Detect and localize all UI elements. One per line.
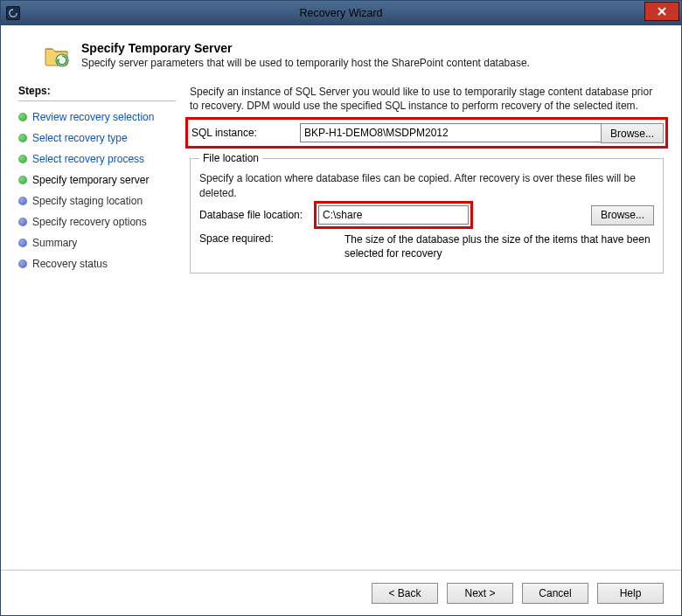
close-button[interactable] (644, 2, 679, 21)
window-title: Recovery Wizard (1, 7, 681, 19)
main-panel: Specify an instance of SQL Server you wo… (176, 85, 664, 561)
step-review-recovery-selection[interactable]: Review recovery selection (18, 107, 176, 128)
file-location-legend: File location (199, 152, 262, 164)
space-required-value: The size of the database plus the size o… (320, 232, 654, 260)
step-label: Select recovery type (32, 132, 128, 144)
step-label: Recovery status (32, 258, 108, 270)
space-required-row: Space required: The size of the database… (199, 232, 654, 260)
step-specify-staging-location: Specify staging location (18, 190, 176, 211)
page-subtitle: Specify server parameters that will be u… (81, 57, 530, 69)
wizard-footer: < Back Next > Cancel Help (1, 570, 681, 615)
step-summary: Summary (18, 232, 176, 253)
bullet-done-icon (18, 155, 27, 163)
steps-heading: Steps: (18, 85, 176, 101)
back-button[interactable]: < Back (372, 583, 438, 604)
step-specify-recovery-options: Specify recovery options (18, 211, 176, 232)
page-header: Specify Temporary Server Specify server … (43, 41, 664, 69)
bullet-pending-icon (18, 239, 27, 247)
db-file-location-input[interactable] (318, 205, 469, 225)
wizard-window: Recovery Wizard Specify Temporary Server… (0, 0, 682, 616)
step-label: Review recovery selection (32, 111, 154, 123)
sql-instance-label: SQL instance: (191, 127, 295, 139)
step-label: Specify recovery options (32, 216, 147, 228)
app-icon (6, 6, 20, 20)
file-location-instruction: Specify a location where database files … (199, 171, 654, 199)
file-location-group: File location Specify a location where d… (190, 152, 664, 273)
browse-location-button[interactable]: Browse... (591, 205, 654, 225)
space-required-label: Space required: (199, 232, 313, 260)
main-instruction: Specify an instance of SQL Server you wo… (190, 85, 664, 113)
titlebar: Recovery Wizard (1, 1, 681, 25)
bullet-pending-icon (18, 218, 27, 226)
bullet-pending-icon (18, 260, 27, 268)
close-icon (657, 6, 667, 17)
bullet-done-icon (18, 134, 27, 142)
bullet-pending-icon (18, 197, 27, 205)
step-label: Specify staging location (32, 195, 143, 207)
step-label: Specify temporary server (32, 174, 149, 186)
page-title: Specify Temporary Server (81, 41, 530, 55)
browse-sql-button[interactable]: Browse... (601, 123, 664, 143)
folder-restore-icon (43, 41, 71, 69)
next-button[interactable]: Next > (447, 583, 513, 604)
steps-sidebar: Steps: Review recovery selection Select … (18, 85, 176, 561)
cancel-button[interactable]: Cancel (522, 583, 588, 604)
step-select-recovery-type[interactable]: Select recovery type (18, 128, 176, 149)
step-specify-temporary-server: Specify temporary server (18, 170, 176, 190)
step-label: Select recovery process (32, 153, 144, 165)
bullet-current-icon (18, 176, 27, 184)
step-label: Summary (32, 237, 77, 249)
bullet-done-icon (18, 113, 27, 121)
content-area: Specify Temporary Server Specify server … (1, 25, 681, 570)
db-file-location-label: Database file location: (199, 209, 313, 221)
help-button[interactable]: Help (597, 583, 664, 604)
db-file-location-row: Database file location: Browse... (199, 205, 654, 225)
step-select-recovery-process[interactable]: Select recovery process (18, 149, 176, 170)
step-recovery-status: Recovery status (18, 253, 176, 274)
